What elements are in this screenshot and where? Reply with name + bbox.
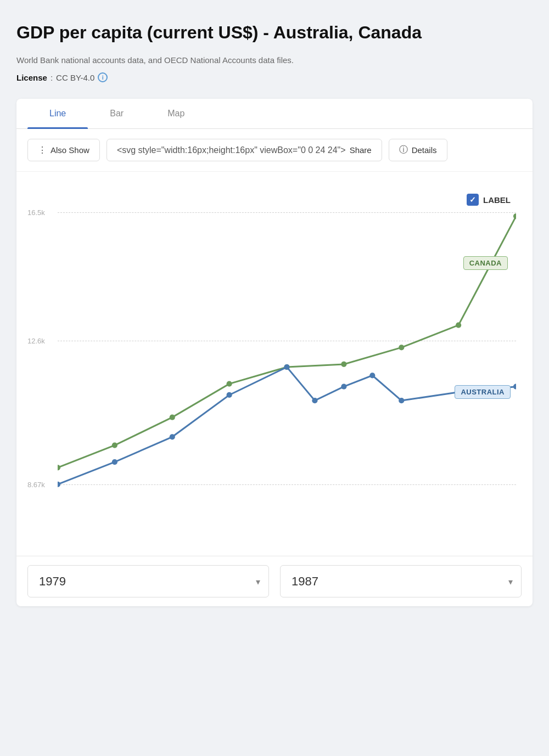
australia-dot-1982 (227, 392, 232, 398)
australia-label-box: AUSTRALIA (455, 385, 511, 399)
label-toggle-row[interactable]: ✓ LABEL (467, 194, 511, 206)
also-show-icon: ⋮ (38, 145, 47, 155)
canada-label-box: CANADA (463, 256, 508, 270)
australia-dot-1985 (369, 373, 375, 379)
tab-line[interactable]: Line (27, 99, 88, 128)
license-label: License (16, 73, 47, 82)
chart-area: 16.5k 12.6k 8.67k (16, 172, 533, 556)
australia-dot-1983 (284, 364, 289, 370)
tab-map[interactable]: Map (145, 99, 206, 128)
chart-card: Line Bar Map ⋮ Also Show <svg style="wid… (16, 99, 533, 606)
australia-dot-1981 (170, 435, 175, 440)
license-info-icon[interactable]: i (98, 72, 108, 82)
chart-inner: 16.5k 12.6k 8.67k (27, 183, 522, 550)
license-row: License : CC BY-4.0 i (16, 72, 533, 82)
tabs-row: Line Bar Map (16, 99, 533, 129)
share-icon: <svg style="width:16px;height:16px" view… (117, 145, 346, 155)
canada-line (58, 216, 516, 467)
canada-dot-1987 (513, 213, 516, 219)
share-button[interactable]: <svg style="width:16px;height:16px" view… (107, 139, 382, 161)
y-label-bottom: 8.67k (27, 480, 45, 488)
license-value: CC BY-4.0 (56, 73, 94, 82)
toolbar: ⋮ Also Show <svg style="width:16px;heigh… (16, 129, 533, 172)
label-text: LABEL (483, 195, 511, 205)
tab-bar[interactable]: Bar (88, 99, 145, 128)
end-year-select[interactable]: 1979 1980 1981 1982 1983 1984 1985 1986 … (280, 565, 522, 597)
australia-dot-1987 (513, 384, 516, 390)
australia-line (58, 367, 516, 484)
share-label: Share (350, 145, 372, 155)
also-show-button[interactable]: ⋮ Also Show (27, 139, 100, 161)
canada-dot-1982 (227, 381, 232, 387)
start-year-select[interactable]: 1979 1980 1981 1982 1983 1984 1985 1986 … (27, 565, 269, 597)
canada-dot-1980 (112, 443, 117, 448)
australia-dot-1986a (399, 398, 404, 403)
australia-dot-1980 (112, 459, 117, 465)
canada-dot-1979 (58, 465, 60, 471)
chart-svg (58, 183, 516, 529)
canada-dot-1986 (456, 323, 461, 328)
canada-dot-1984 (341, 362, 346, 367)
y-label-mid: 12.6k (27, 337, 45, 345)
canada-dot-1985 (399, 345, 404, 351)
end-year-wrap: 1979 1980 1981 1982 1983 1984 1985 1986 … (280, 565, 522, 597)
canada-dot-1981 (170, 415, 175, 420)
label-checkbox[interactable]: ✓ (467, 194, 479, 206)
australia-dot-1984b (341, 384, 346, 390)
details-button[interactable]: ⓘ Details (389, 139, 447, 161)
also-show-label: Also Show (51, 145, 89, 155)
page-title: GDP per capita (current US$) - Australia… (16, 22, 533, 43)
details-label: Details (412, 145, 437, 155)
y-label-top: 16.5k (27, 208, 45, 216)
year-selectors: 1979 1980 1981 1982 1983 1984 1985 1986 … (16, 556, 533, 606)
details-icon: ⓘ (399, 144, 408, 156)
australia-dot-1979 (58, 482, 60, 487)
start-year-wrap: 1979 1980 1981 1982 1983 1984 1985 1986 … (27, 565, 269, 597)
source-text: World Bank national accounts data, and O… (16, 54, 533, 67)
australia-dot-1984a (312, 398, 317, 403)
